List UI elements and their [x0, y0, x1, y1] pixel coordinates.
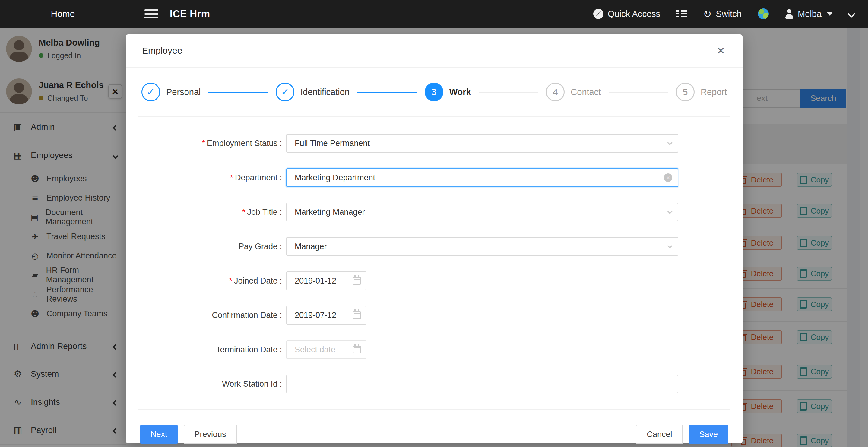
person-icon — [785, 9, 794, 19]
required-asterisk: * — [229, 276, 232, 285]
step-report[interactable]: 5 Report — [676, 83, 727, 101]
required-asterisk: * — [202, 139, 205, 148]
step-connector — [208, 92, 268, 93]
calendar-icon — [352, 346, 361, 354]
step-contact[interactable]: 4 Contact — [546, 83, 601, 101]
chevron-down-icon — [668, 243, 673, 248]
home-link[interactable]: Home — [0, 9, 126, 19]
step-wizard: ✓ Personal ✓ Identification 3 Work 4 Con… — [138, 67, 731, 117]
termination-date-picker[interactable]: Select date — [286, 340, 367, 359]
confirmation-date-picker[interactable]: 2019-07-12 — [286, 306, 367, 325]
field-label-employment-status: *Employment Status : — [129, 139, 286, 148]
switch-button[interactable]: ↻ Switch — [703, 9, 742, 19]
step-number: 4 — [553, 87, 558, 97]
user-name: Melba — [798, 9, 822, 19]
step-identification[interactable]: ✓ Identification — [276, 83, 349, 101]
cancel-button[interactable]: Cancel — [636, 425, 683, 444]
pay-grade-select[interactable]: Manager — [286, 237, 678, 256]
chevron-down-icon — [668, 209, 673, 214]
required-asterisk: * — [230, 173, 233, 182]
modal-close-button[interactable]: × — [712, 42, 729, 59]
globe-icon — [758, 8, 769, 19]
field-label-work-station-id: Work Station Id : — [129, 380, 286, 389]
calendar-icon — [352, 277, 361, 285]
step-number: 3 — [431, 87, 436, 97]
step-personal[interactable]: ✓ Personal — [142, 83, 200, 101]
field-label-termination-date: Termination Date : — [129, 345, 286, 354]
step-connector — [358, 92, 417, 93]
clear-icon[interactable]: × — [664, 173, 672, 182]
collapse-topbar-chevron-icon[interactable] — [847, 10, 855, 18]
employment-status-select[interactable]: Full Time Permanent — [286, 134, 678, 153]
check-icon: ✓ — [281, 86, 289, 98]
step-number: 5 — [683, 87, 688, 97]
save-button[interactable]: Save — [689, 425, 728, 444]
step-connector — [479, 92, 538, 93]
refresh-icon: ↻ — [703, 9, 712, 19]
field-label-confirmation-date: Confirmation Date : — [129, 311, 286, 320]
chevron-down-icon — [668, 140, 673, 145]
language-globe-button[interactable] — [758, 8, 769, 19]
work-form: *Employment Status : Full Time Permanent… — [126, 117, 743, 393]
employee-modal: Employee × ✓ Personal ✓ Identification 3… — [126, 34, 743, 443]
compass-icon — [593, 9, 603, 19]
modal-title: Employee — [142, 46, 182, 56]
field-label-pay-grade: Pay Grade : — [129, 242, 286, 251]
tasklist-icon — [677, 10, 687, 18]
quick-access-button[interactable]: Quick Access — [593, 9, 660, 19]
joined-date-picker[interactable]: 2019-01-12 — [286, 271, 367, 290]
app-title: ICE Hrm — [170, 8, 210, 20]
topbar: Home ICE Hrm Quick Access ↻ Switch Melba — [0, 0, 868, 28]
required-asterisk: * — [242, 208, 246, 216]
previous-button[interactable]: Previous — [184, 425, 237, 444]
close-icon: × — [717, 43, 725, 58]
step-work[interactable]: 3 Work — [425, 83, 471, 101]
caret-down-icon — [827, 12, 832, 16]
step-connector — [609, 92, 668, 93]
hamburger-menu-icon[interactable] — [145, 9, 158, 19]
field-label-job-title: *Job Title : — [129, 208, 286, 217]
job-title-select[interactable]: Marketing Manager — [286, 203, 678, 221]
date-placeholder: Select date — [294, 345, 335, 354]
field-label-department: *Department : — [129, 173, 286, 182]
app-screen: ext Search Delete Copy Delete Copy Delet… — [0, 0, 868, 447]
check-icon: ✓ — [147, 86, 155, 98]
next-button[interactable]: Next — [140, 425, 178, 444]
tasklist-button[interactable] — [677, 10, 687, 18]
modal-footer: Next Previous Cancel Save — [140, 410, 728, 444]
work-station-id-input[interactable] — [286, 375, 678, 393]
department-select[interactable]: Marketing Department × — [286, 168, 678, 187]
user-menu[interactable]: Melba — [785, 9, 832, 19]
calendar-icon — [352, 311, 361, 319]
field-label-joined-date: *Joined Date : — [129, 276, 286, 286]
